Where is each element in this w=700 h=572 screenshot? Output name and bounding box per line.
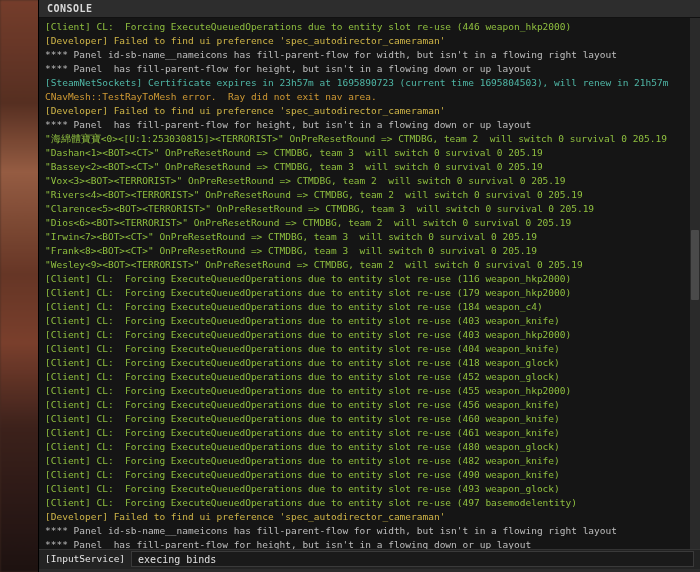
log-line: [Client] CL: Forcing ExecuteQueuedOperat… [45,482,696,496]
log-lines-container: [Client] CL: Forcing ExecuteQueuedOperat… [45,20,696,549]
log-line: [Developer] Failed to find ui preference… [45,510,696,524]
background-strip [0,0,42,572]
log-line: [SteamNetSockets] Certificate expires in… [45,76,696,90]
console-log-area[interactable]: [Client] CL: Forcing ExecuteQueuedOperat… [39,18,700,549]
log-line: **** Panel id-sb-name__nameicons has fil… [45,524,696,538]
log-line: [Client] CL: Forcing ExecuteQueuedOperat… [45,328,696,342]
log-line: "Dashan<1><BOT><CT>" OnPreResetRound => … [45,146,696,160]
log-line: "Bassey<2><BOT><CT>" OnPreResetRound => … [45,160,696,174]
log-line: "Dios<6><BOT><TERRORIST>" OnPreResetRoun… [45,216,696,230]
log-line: "Rivers<4><BOT><TERRORIST>" OnPreResetRo… [45,188,696,202]
log-line: [Client] CL: Forcing ExecuteQueuedOperat… [45,398,696,412]
log-line: [Developer] Failed to find ui preference… [45,104,696,118]
log-line: [Developer] Failed to find ui preference… [45,34,696,48]
log-line: [Client] CL: Forcing ExecuteQueuedOperat… [45,20,696,34]
log-line: [Client] CL: Forcing ExecuteQueuedOperat… [45,468,696,482]
input-service-tag: [InputService] [45,552,125,566]
log-line: [Client] CL: Forcing ExecuteQueuedOperat… [45,412,696,426]
log-line: [Client] CL: Forcing ExecuteQueuedOperat… [45,272,696,286]
console-input-row: [InputService] [39,549,700,568]
log-line: "Clarence<5><BOT><TERRORIST>" OnPreReset… [45,202,696,216]
log-line: [Client] CL: Forcing ExecuteQueuedOperat… [45,342,696,356]
log-line: [Client] CL: Forcing ExecuteQueuedOperat… [45,300,696,314]
log-line: **** Panel has fill-parent-flow for heig… [45,118,696,132]
log-line: [Client] CL: Forcing ExecuteQueuedOperat… [45,384,696,398]
console-window: CONSOLE [Client] CL: Forcing ExecuteQueu… [38,0,700,572]
log-line: **** Panel has fill-parent-flow for heig… [45,538,696,549]
log-line: [Client] CL: Forcing ExecuteQueuedOperat… [45,440,696,454]
log-line: "Vox<3><BOT><TERRORIST>" OnPreResetRound… [45,174,696,188]
console-title: CONSOLE [47,3,93,14]
log-line: [Client] CL: Forcing ExecuteQueuedOperat… [45,286,696,300]
log-line: [Client] CL: Forcing ExecuteQueuedOperat… [45,370,696,384]
console-title-bar[interactable]: CONSOLE [39,0,700,18]
log-line: "Irwin<7><BOT><CT>" OnPreResetRound => C… [45,230,696,244]
scrollbar-thumb[interactable] [691,230,699,300]
log-line: "Frank<8><BOT><CT>" OnPreResetRound => C… [45,244,696,258]
log-line: [Client] CL: Forcing ExecuteQueuedOperat… [45,496,696,510]
log-line: [Client] CL: Forcing ExecuteQueuedOperat… [45,356,696,370]
console-scrollbar[interactable] [690,18,700,549]
log-line: "Wesley<9><BOT><TERRORIST>" OnPreResetRo… [45,258,696,272]
log-line: [Client] CL: Forcing ExecuteQueuedOperat… [45,454,696,468]
console-command-input[interactable] [131,551,694,567]
log-line: [Client] CL: Forcing ExecuteQueuedOperat… [45,426,696,440]
log-line: **** Panel id-sb-name__nameicons has fil… [45,48,696,62]
log-line: "海綿體寶寶<0><[U:1:253030815]><TERRORIST>" O… [45,132,696,146]
console-footer [39,569,700,573]
log-line: **** Panel has fill-parent-flow for heig… [45,62,696,76]
log-line: [Client] CL: Forcing ExecuteQueuedOperat… [45,314,696,328]
log-line: CNavMesh::TestRayToMesh error. Ray did n… [45,90,696,104]
